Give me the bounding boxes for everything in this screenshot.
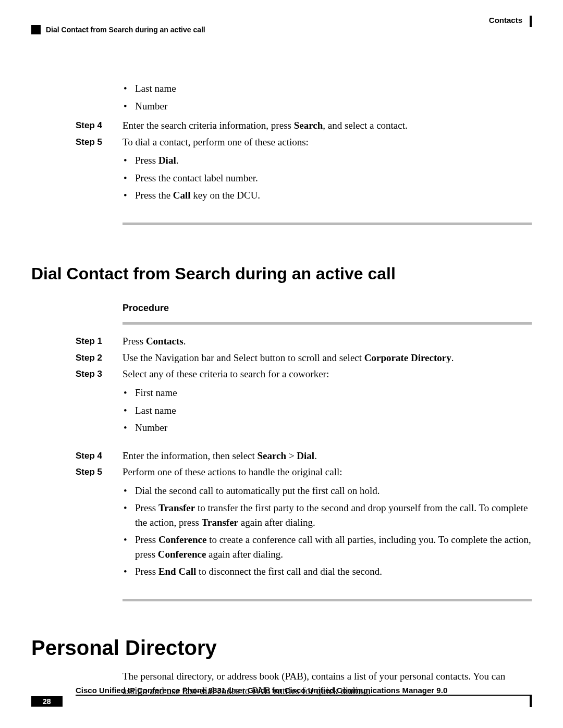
text: Press xyxy=(135,566,158,577)
step-label: Step 3 xyxy=(76,367,123,440)
bold-text: Transfer xyxy=(202,517,238,528)
text: . xyxy=(451,352,454,363)
step-row: Step 5 To dial a contact, perform one of… xyxy=(76,135,532,208)
text: Select any of these criteria to search f… xyxy=(123,368,329,379)
top-steps: Step 4 Enter the search criteria informa… xyxy=(76,118,532,208)
list-item: Press the Call key on the DCU. xyxy=(123,188,532,203)
bold-text: Call xyxy=(173,190,191,201)
running-header-right: Contacts xyxy=(489,16,532,27)
procedure-label: Procedure xyxy=(123,301,532,315)
text: again after dialing. xyxy=(238,517,315,528)
text: . xyxy=(183,336,186,347)
breadcrumb: Contacts xyxy=(489,16,522,24)
list-item: Number xyxy=(123,421,532,435)
step-row: Step 4 Enter the information, then selec… xyxy=(76,449,532,463)
text: Press xyxy=(123,336,146,347)
bold-text: Transfer xyxy=(158,502,195,513)
section2-steps: Step 1 Press Contacts. Step 2 Use the Na… xyxy=(76,334,532,584)
bold-text: End Call xyxy=(158,566,196,577)
step-label: Step 5 xyxy=(76,465,123,584)
list-item: Press End Call to disconnect the first c… xyxy=(123,564,532,579)
section-heading: Dial Contact from Search during an activ… xyxy=(31,262,532,286)
text: Press xyxy=(135,534,158,545)
text: to disconnect the first call and dial th… xyxy=(196,566,382,577)
header-marker-icon xyxy=(31,25,41,34)
text: , and select a contact. xyxy=(323,120,407,131)
step-label: Step 1 xyxy=(76,334,123,349)
text: . xyxy=(314,450,317,461)
bold-text: Contacts xyxy=(146,336,183,347)
step-label: Step 2 xyxy=(76,351,123,365)
step5-bullets: Dial the second call to automatically pu… xyxy=(123,484,532,579)
running-title: Dial Contact from Search during an activ… xyxy=(46,26,205,34)
top-continuation: Last name Number xyxy=(123,81,532,113)
step-body: Enter the search criteria information, p… xyxy=(123,118,532,133)
list-item: Press the contact label number. xyxy=(123,171,532,186)
text: . xyxy=(176,155,179,166)
text: To dial a contact, perform one of these … xyxy=(123,137,309,147)
text: Use the Navigation bar and Select button… xyxy=(123,352,364,363)
bold-text: Dial xyxy=(297,450,314,461)
list-item: First name xyxy=(123,386,532,400)
bold-text: Conference xyxy=(158,549,206,560)
step5-bullets: Press Dial. Press the contact label numb… xyxy=(123,153,532,203)
page-header: Dial Contact from Search during an activ… xyxy=(31,16,532,34)
footer-row: 28 xyxy=(31,696,532,707)
h1-heading: Personal Directory xyxy=(31,633,532,663)
bold-text: Dial xyxy=(158,155,176,166)
step-row: Step 5 Perform one of these actions to h… xyxy=(76,465,532,584)
step-row: Step 2 Use the Navigation bar and Select… xyxy=(76,351,532,365)
step-body: Select any of these criteria to search f… xyxy=(123,367,532,440)
text: Perform one of these actions to handle t… xyxy=(123,466,342,477)
list-item: Number xyxy=(123,99,532,114)
list-item: Last name xyxy=(123,403,532,418)
step-body: To dial a contact, perform one of these … xyxy=(123,135,532,208)
step-label: Step 5 xyxy=(76,135,123,208)
footer-doc-title: Cisco Unified IP Conference Phone 8831 U… xyxy=(76,686,532,695)
text: again after dialing. xyxy=(206,549,283,560)
list-item: Press Transfer to transfer the first par… xyxy=(123,501,532,529)
page: Dial Contact from Search during an activ… xyxy=(0,0,563,728)
list-item: Dial the second call to automatically pu… xyxy=(123,484,532,498)
running-header-left: Dial Contact from Search during an activ… xyxy=(31,25,205,34)
step-body: Press Contacts. xyxy=(123,334,532,349)
content-area: Last name Number Step 4 Enter the search… xyxy=(76,81,532,698)
text: Press the xyxy=(135,190,173,201)
text: Press xyxy=(135,502,158,513)
list-item: Press Dial. xyxy=(123,153,532,168)
footer-bar-icon xyxy=(530,696,532,707)
bold-text: Search xyxy=(258,450,287,461)
divider xyxy=(123,599,532,601)
bold-text: Corporate Directory xyxy=(364,352,451,363)
step3-bullets: First name Last name Number xyxy=(123,386,532,435)
text: Enter the information, then select xyxy=(123,450,258,461)
text: Enter the search criteria information, p… xyxy=(123,120,294,131)
bold-text: Search xyxy=(294,120,323,131)
page-footer: Cisco Unified IP Conference Phone 8831 U… xyxy=(31,684,532,707)
divider xyxy=(123,223,532,225)
step-row: Step 1 Press Contacts. xyxy=(76,334,532,349)
step-label: Step 4 xyxy=(76,118,123,133)
step-body: Enter the information, then select Searc… xyxy=(123,449,532,463)
header-bar-icon xyxy=(530,16,532,27)
step-body: Use the Navigation bar and Select button… xyxy=(123,351,532,365)
step-label: Step 4 xyxy=(76,449,123,463)
step-body: Perform one of these actions to handle t… xyxy=(123,465,532,584)
text: key on the DCU. xyxy=(191,190,261,201)
step-row: Step 4 Enter the search criteria informa… xyxy=(76,118,532,133)
divider xyxy=(123,322,532,325)
list-item: Last name xyxy=(123,81,532,96)
text: > xyxy=(286,450,297,461)
text: Press xyxy=(135,155,158,166)
bold-text: Conference xyxy=(158,534,207,545)
page-number: 28 xyxy=(31,696,63,707)
step-row: Step 3 Select any of these criteria to s… xyxy=(76,367,532,440)
list-item: Press Conference to create a conference … xyxy=(123,533,532,561)
top-bullets: Last name Number xyxy=(123,81,532,113)
